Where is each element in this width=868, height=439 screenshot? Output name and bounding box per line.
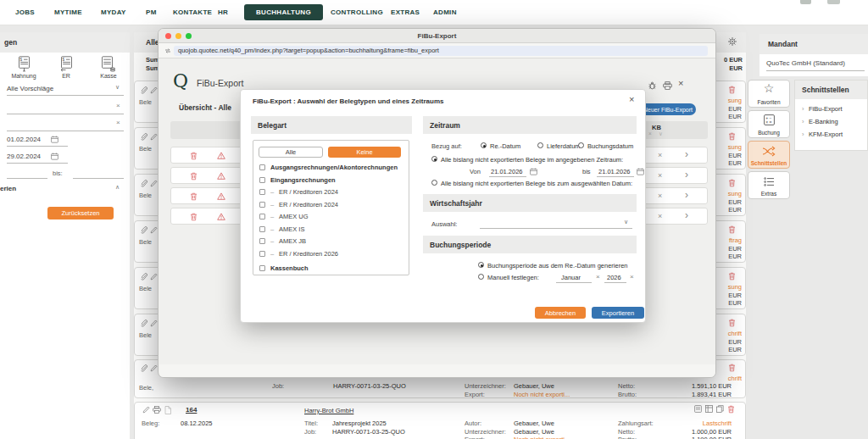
range-to-field[interactable] (73, 178, 124, 179)
von-date-field[interactable]: 21.01.2026 (491, 168, 523, 175)
radio-zeitraum-option-2[interactable] (431, 180, 437, 186)
checkbox[interactable] (259, 164, 265, 170)
copy-icon[interactable] (716, 405, 724, 413)
checkbox[interactable] (259, 214, 265, 220)
nav-buchhaltung-active[interactable]: BUCHHALTUNG (244, 4, 323, 20)
document-number-link[interactable]: 164 (186, 406, 197, 414)
radio-zeitraum-option[interactable] (431, 156, 437, 162)
year-field[interactable]: 2026 (607, 274, 621, 281)
checkbox[interactable] (259, 265, 265, 271)
panel-item-fibu-export[interactable]: FiBu-Export (809, 105, 843, 113)
company-link[interactable]: Harry-Brot GmbH (304, 407, 353, 414)
trash-icon[interactable] (727, 405, 735, 414)
export-button[interactable]: Exportieren (592, 307, 644, 319)
clear-icon[interactable]: × (648, 131, 652, 136)
remove-icon[interactable]: × (658, 192, 662, 200)
remove-icon[interactable]: × (658, 151, 662, 159)
filter-type-er[interactable]: $ ER (49, 56, 83, 79)
close-icon[interactable]: × (678, 78, 683, 88)
cancel-button[interactable]: Abbrechen (535, 307, 586, 319)
radio-buchungsdatum-label[interactable]: Buchungsdatum (587, 142, 633, 150)
nav-myday[interactable]: MYDAY (101, 8, 126, 16)
radio-re-datum[interactable] (481, 142, 487, 148)
nav-extras[interactable]: EXTRAS (391, 8, 420, 16)
nav-controlling[interactable]: CONTROLLING (331, 8, 383, 16)
open-row-chevron-icon[interactable]: › (685, 189, 688, 201)
trash-icon[interactable] (728, 86, 736, 94)
radio-re-datum-label[interactable]: Re.-Datum (490, 142, 520, 150)
pencil-icon[interactable] (150, 226, 158, 234)
trash-icon[interactable] (728, 364, 736, 372)
checkbox[interactable] (259, 202, 265, 208)
checkbox[interactable] (259, 251, 265, 257)
debug-bug-icon[interactable] (648, 81, 656, 90)
sidebar-button-extras[interactable]: Extras (748, 171, 790, 199)
range-from-field[interactable] (7, 178, 47, 179)
nav-kontakte[interactable]: KONTAKTE (173, 8, 212, 16)
calendar-icon[interactable] (530, 168, 537, 175)
belegart-item[interactable]: ER / Kreditoren 2026 (279, 250, 338, 258)
manuell-label[interactable]: Manuell festlegen: (487, 274, 539, 281)
trash-icon[interactable] (728, 225, 736, 234)
clear-icon[interactable]: × (116, 119, 120, 126)
checkbox[interactable] (259, 226, 265, 232)
zeitraum-option-2-label[interactable]: Alle bislang nicht exportierten Belege b… (441, 180, 632, 187)
belegart-item[interactable]: AMEX IS (279, 225, 304, 233)
zeitraum-option-1-label[interactable]: Alle bislang nicht exportierten Belege i… (441, 156, 623, 164)
radio-lieferdatum[interactable] (537, 142, 543, 148)
new-fibu-export-button[interactable]: Neuer FiBu-Export (640, 103, 696, 115)
clear-icon[interactable]: × (116, 102, 120, 109)
panel-item-kfm-export[interactable]: KFM-Export (809, 131, 843, 138)
trash-icon[interactable] (728, 319, 736, 327)
date-to-field[interactable]: 29.02.2024 (7, 153, 41, 160)
nav-pm[interactable]: PM (146, 8, 157, 16)
calendar-icon[interactable] (51, 136, 58, 143)
pencil-icon[interactable] (150, 86, 158, 94)
sidebar-button-favoriten[interactable]: ☆ Favoriten (748, 80, 790, 108)
open-row-chevron-icon[interactable]: › (685, 169, 688, 181)
radio-lieferdatum-label[interactable]: Lieferdatum (547, 142, 581, 150)
open-row-chevron-icon[interactable]: › (685, 209, 688, 221)
radio-buchungsdatum[interactable] (578, 142, 584, 148)
radio-manuell[interactable] (478, 274, 484, 280)
belegart-item[interactable]: AMEX UG (279, 213, 309, 220)
calendar-icon[interactable] (637, 168, 644, 175)
nav-hr[interactable]: HR (218, 8, 228, 16)
filter-field-1[interactable] (7, 114, 124, 114)
open-row-chevron-icon[interactable]: › (685, 148, 688, 160)
periode-generieren-label[interactable]: Buchungsperiode aus dem Re.-Datum generi… (487, 262, 628, 270)
remove-icon[interactable]: × (658, 171, 662, 180)
clear-icon[interactable]: × (630, 273, 634, 281)
filter-field-2[interactable] (7, 131, 124, 131)
trash-icon[interactable] (728, 179, 736, 187)
belegart-item[interactable]: AMEX JB (279, 237, 306, 245)
trash-icon[interactable] (190, 213, 198, 221)
popup-titlebar[interactable]: FiBu-Export (159, 29, 715, 43)
filter-type-mahnung[interactable]: $ Mahnung (7, 56, 41, 79)
chevron-down-icon[interactable]: ∨ (115, 84, 120, 91)
panel-item-e-banking[interactable]: E-Banking (809, 118, 838, 125)
date-from-field[interactable]: 01.02.2024 (7, 136, 41, 143)
alle-button[interactable]: Alle (259, 147, 323, 158)
sidebar-button-buchung[interactable]: + −× = Buchung (748, 110, 790, 138)
belegart-item[interactable]: Kassenbuch (270, 264, 309, 272)
close-icon[interactable]: × (629, 94, 634, 104)
calendar-icon[interactable] (51, 153, 58, 160)
sidebar-button-schnittstellen[interactable]: Schnittstellen (748, 141, 790, 169)
pencil-icon[interactable] (150, 133, 158, 141)
reset-button[interactable]: Zurücksetzen (47, 207, 114, 220)
filter-type-kasse[interactable]: Kasse (92, 56, 125, 79)
trash-icon[interactable] (728, 272, 736, 281)
checkbox[interactable] (259, 238, 265, 244)
table-icon[interactable] (705, 405, 713, 413)
printer-icon[interactable] (153, 406, 161, 414)
sync-icon[interactable] (164, 47, 171, 54)
radio-periode-generieren[interactable] (478, 262, 484, 268)
url-field[interactable]: quojob.quotec.net/q40_pm/index.php?targe… (174, 46, 708, 56)
belegart-item[interactable]: ER / Kreditoren 2024 (279, 188, 338, 196)
bis-date-field[interactable]: 21.01.2026 (598, 168, 631, 175)
keine-button[interactable]: Keine (328, 147, 401, 158)
nav-mytime[interactable]: MYTIME (54, 8, 82, 16)
belegart-item[interactable]: Ausgangsrechnungen/Akontorechnungen (270, 164, 398, 171)
print-icon[interactable] (663, 81, 672, 90)
